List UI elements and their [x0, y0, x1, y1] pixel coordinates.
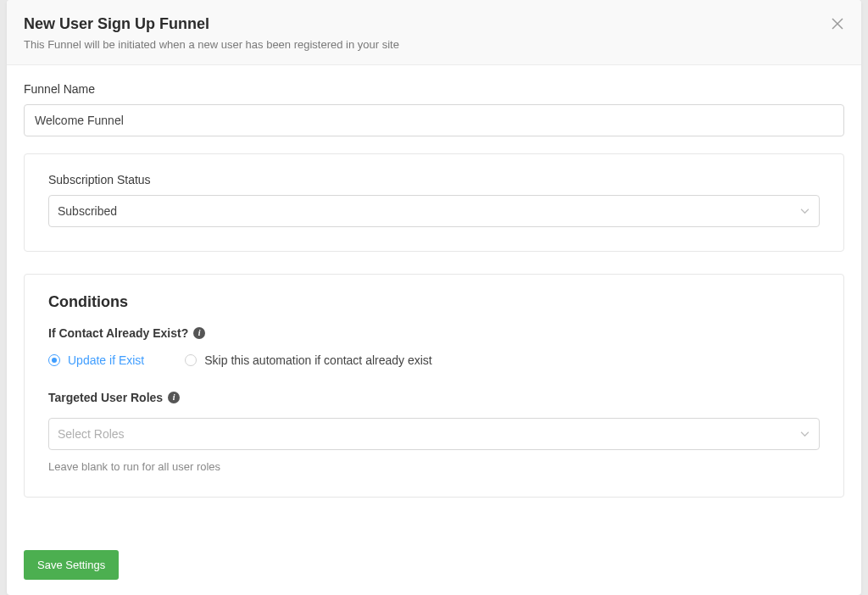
modal-body: Funnel Name Subscription Status Subscrib… — [7, 65, 861, 550]
funnel-modal: New User Sign Up Funnel This Funnel will… — [7, 0, 861, 595]
radio-indicator-unchecked — [185, 354, 197, 366]
subscription-status-label: Subscription Status — [48, 173, 820, 186]
save-settings-button[interactable]: Save Settings — [24, 550, 119, 580]
modal-subtitle: This Funnel will be initiated when a new… — [24, 38, 841, 51]
contact-exist-label: If Contact Already Exist? i — [48, 326, 820, 340]
close-icon[interactable] — [831, 17, 844, 31]
roles-placeholder: Select Roles — [58, 427, 125, 441]
targeted-roles-label: Targeted User Roles i — [48, 391, 820, 404]
radio-skip-label: Skip this automation if contact already … — [204, 353, 431, 367]
info-icon[interactable]: i — [193, 327, 205, 339]
radio-update-label: Update if Exist — [68, 353, 144, 367]
subscription-status-select[interactable]: Subscribed — [48, 195, 820, 227]
funnel-name-field: Funnel Name — [24, 82, 844, 136]
subscription-status-value: Subscribed — [58, 204, 117, 218]
conditions-title: Conditions — [48, 293, 820, 311]
modal-header: New User Sign Up Funnel This Funnel will… — [7, 0, 861, 65]
info-icon[interactable]: i — [168, 392, 180, 403]
contact-exist-radio-group: Update if Exist Skip this automation if … — [48, 353, 820, 367]
funnel-name-input[interactable] — [24, 104, 844, 136]
radio-update-if-exist[interactable]: Update if Exist — [48, 353, 144, 367]
modal-title: New User Sign Up Funnel — [24, 15, 841, 33]
funnel-name-label: Funnel Name — [24, 82, 844, 96]
conditions-panel: Conditions If Contact Already Exist? i U… — [24, 274, 844, 498]
radio-indicator-checked — [48, 354, 60, 366]
targeted-roles-select[interactable]: Select Roles — [48, 418, 820, 450]
subscription-panel: Subscription Status Subscribed — [24, 153, 844, 252]
radio-skip-if-exist[interactable]: Skip this automation if contact already … — [185, 353, 431, 367]
modal-footer: Save Settings — [7, 550, 861, 595]
roles-help-text: Leave blank to run for all user roles — [48, 460, 820, 473]
